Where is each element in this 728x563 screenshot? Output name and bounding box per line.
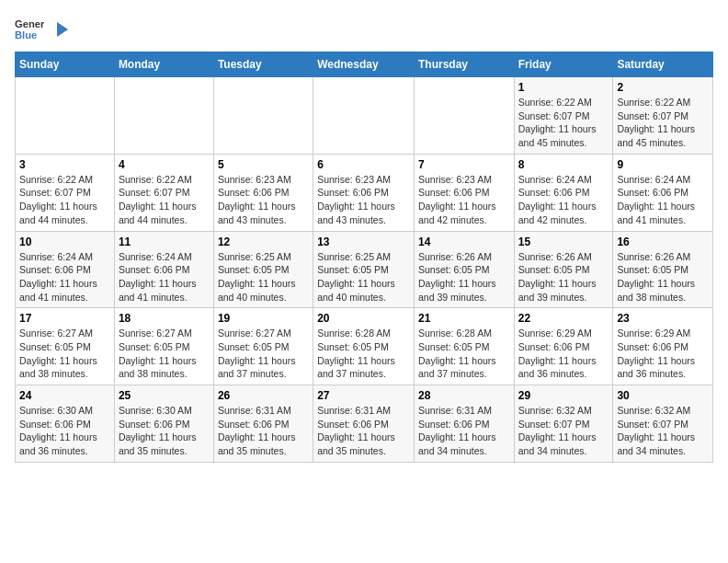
page-header: General Blue (15, 15, 713, 44)
day-info: Sunrise: 6:23 AM Sunset: 6:06 PM Dayligh… (418, 173, 510, 227)
calendar-day-header: Wednesday (313, 52, 415, 77)
calendar-cell: 12Sunrise: 6:25 AM Sunset: 6:05 PM Dayli… (213, 231, 313, 308)
calendar-header-row: SundayMondayTuesdayWednesdayThursdayFrid… (16, 52, 713, 77)
day-number: 29 (518, 389, 609, 402)
day-info: Sunrise: 6:28 AM Sunset: 6:05 PM Dayligh… (317, 327, 410, 381)
day-info: Sunrise: 6:23 AM Sunset: 6:06 PM Dayligh… (317, 173, 410, 227)
day-number: 25 (119, 389, 210, 402)
calendar-cell: 23Sunrise: 6:29 AM Sunset: 6:06 PM Dayli… (613, 308, 713, 385)
day-info: Sunrise: 6:25 AM Sunset: 6:05 PM Dayligh… (218, 250, 309, 304)
day-number: 14 (418, 236, 510, 248)
day-number: 15 (518, 236, 609, 248)
day-number: 13 (317, 236, 410, 248)
calendar-day-header: Friday (514, 52, 613, 77)
calendar-week-row: 24Sunrise: 6:30 AM Sunset: 6:06 PM Dayli… (16, 385, 713, 463)
day-number: 12 (218, 236, 309, 248)
day-number: 5 (218, 158, 309, 171)
day-number: 1 (518, 81, 609, 94)
svg-text:General: General (15, 18, 44, 29)
day-number: 16 (617, 236, 709, 248)
calendar-cell (114, 77, 213, 155)
day-info: Sunrise: 6:27 AM Sunset: 6:05 PM Dayligh… (19, 327, 110, 381)
calendar-cell: 9Sunrise: 6:24 AM Sunset: 6:06 PM Daylig… (613, 154, 713, 231)
calendar-cell: 20Sunrise: 6:28 AM Sunset: 6:05 PM Dayli… (313, 308, 415, 385)
day-info: Sunrise: 6:26 AM Sunset: 6:05 PM Dayligh… (617, 250, 709, 304)
logo-arrow-icon (51, 20, 70, 39)
day-number: 19 (218, 312, 309, 325)
day-info: Sunrise: 6:24 AM Sunset: 6:06 PM Dayligh… (119, 250, 210, 304)
calendar-cell (414, 77, 514, 155)
svg-marker-3 (57, 22, 68, 37)
calendar-cell: 21Sunrise: 6:28 AM Sunset: 6:05 PM Dayli… (414, 308, 514, 385)
day-number: 6 (317, 158, 410, 171)
calendar-cell: 4Sunrise: 6:22 AM Sunset: 6:07 PM Daylig… (114, 154, 213, 231)
calendar-cell: 30Sunrise: 6:32 AM Sunset: 6:07 PM Dayli… (613, 385, 713, 463)
day-info: Sunrise: 6:32 AM Sunset: 6:07 PM Dayligh… (617, 404, 709, 458)
logo-icon: General Blue (15, 15, 44, 44)
calendar-cell: 16Sunrise: 6:26 AM Sunset: 6:05 PM Dayli… (613, 231, 713, 308)
calendar-cell (213, 77, 313, 155)
day-number: 22 (518, 312, 609, 325)
calendar-cell: 5Sunrise: 6:23 AM Sunset: 6:06 PM Daylig… (213, 154, 313, 231)
day-info: Sunrise: 6:30 AM Sunset: 6:06 PM Dayligh… (19, 404, 110, 458)
day-number: 26 (218, 389, 309, 402)
calendar-cell (16, 77, 115, 155)
day-number: 21 (418, 312, 510, 325)
day-info: Sunrise: 6:26 AM Sunset: 6:05 PM Dayligh… (518, 250, 609, 304)
day-info: Sunrise: 6:27 AM Sunset: 6:05 PM Dayligh… (218, 327, 309, 381)
calendar-day-header: Tuesday (213, 52, 313, 77)
day-info: Sunrise: 6:29 AM Sunset: 6:06 PM Dayligh… (518, 327, 609, 381)
day-info: Sunrise: 6:28 AM Sunset: 6:05 PM Dayligh… (418, 327, 510, 381)
day-info: Sunrise: 6:24 AM Sunset: 6:06 PM Dayligh… (19, 250, 110, 304)
day-number: 23 (617, 312, 709, 325)
calendar-cell: 29Sunrise: 6:32 AM Sunset: 6:07 PM Dayli… (514, 385, 613, 463)
calendar-cell: 28Sunrise: 6:31 AM Sunset: 6:06 PM Dayli… (414, 385, 514, 463)
calendar-cell: 13Sunrise: 6:25 AM Sunset: 6:05 PM Dayli… (313, 231, 415, 308)
day-info: Sunrise: 6:27 AM Sunset: 6:05 PM Dayligh… (119, 327, 210, 381)
day-info: Sunrise: 6:32 AM Sunset: 6:07 PM Dayligh… (518, 404, 609, 458)
calendar-cell: 24Sunrise: 6:30 AM Sunset: 6:06 PM Dayli… (16, 385, 115, 463)
day-number: 30 (617, 389, 709, 402)
svg-text:Blue: Blue (15, 29, 37, 40)
day-number: 27 (317, 389, 410, 402)
day-info: Sunrise: 6:31 AM Sunset: 6:06 PM Dayligh… (418, 404, 510, 458)
day-info: Sunrise: 6:24 AM Sunset: 6:06 PM Dayligh… (518, 173, 609, 227)
day-number: 20 (317, 312, 410, 325)
day-number: 2 (617, 81, 709, 94)
logo: General Blue (15, 15, 70, 44)
calendar-day-header: Saturday (613, 52, 713, 77)
day-number: 8 (518, 158, 609, 171)
calendar-cell: 8Sunrise: 6:24 AM Sunset: 6:06 PM Daylig… (514, 154, 613, 231)
day-number: 10 (19, 236, 110, 248)
calendar-day-header: Sunday (16, 52, 115, 77)
day-info: Sunrise: 6:29 AM Sunset: 6:06 PM Dayligh… (617, 327, 709, 381)
calendar-week-row: 1Sunrise: 6:22 AM Sunset: 6:07 PM Daylig… (16, 77, 713, 155)
calendar-day-header: Monday (114, 52, 213, 77)
calendar-week-row: 3Sunrise: 6:22 AM Sunset: 6:07 PM Daylig… (16, 154, 713, 231)
calendar-week-row: 10Sunrise: 6:24 AM Sunset: 6:06 PM Dayli… (16, 231, 713, 308)
day-number: 7 (418, 158, 510, 171)
day-info: Sunrise: 6:24 AM Sunset: 6:06 PM Dayligh… (617, 173, 709, 227)
day-info: Sunrise: 6:22 AM Sunset: 6:07 PM Dayligh… (119, 173, 210, 227)
calendar-cell (313, 77, 415, 155)
calendar-cell: 22Sunrise: 6:29 AM Sunset: 6:06 PM Dayli… (514, 308, 613, 385)
calendar-cell: 3Sunrise: 6:22 AM Sunset: 6:07 PM Daylig… (16, 154, 115, 231)
calendar-cell: 26Sunrise: 6:31 AM Sunset: 6:06 PM Dayli… (213, 385, 313, 463)
day-number: 4 (119, 158, 210, 171)
day-info: Sunrise: 6:23 AM Sunset: 6:06 PM Dayligh… (218, 173, 309, 227)
day-number: 3 (19, 158, 110, 171)
day-info: Sunrise: 6:22 AM Sunset: 6:07 PM Dayligh… (518, 96, 609, 150)
day-number: 24 (19, 389, 110, 402)
day-info: Sunrise: 6:25 AM Sunset: 6:05 PM Dayligh… (317, 250, 410, 304)
calendar-cell: 18Sunrise: 6:27 AM Sunset: 6:05 PM Dayli… (114, 308, 213, 385)
calendar-cell: 14Sunrise: 6:26 AM Sunset: 6:05 PM Dayli… (414, 231, 514, 308)
calendar-cell: 11Sunrise: 6:24 AM Sunset: 6:06 PM Dayli… (114, 231, 213, 308)
day-info: Sunrise: 6:31 AM Sunset: 6:06 PM Dayligh… (218, 404, 309, 458)
calendar-cell: 10Sunrise: 6:24 AM Sunset: 6:06 PM Dayli… (16, 231, 115, 308)
calendar-cell: 27Sunrise: 6:31 AM Sunset: 6:06 PM Dayli… (313, 385, 415, 463)
day-number: 11 (119, 236, 210, 248)
day-info: Sunrise: 6:31 AM Sunset: 6:06 PM Dayligh… (317, 404, 410, 458)
day-number: 18 (119, 312, 210, 325)
day-number: 17 (19, 312, 110, 325)
calendar-cell: 2Sunrise: 6:22 AM Sunset: 6:07 PM Daylig… (613, 77, 713, 155)
